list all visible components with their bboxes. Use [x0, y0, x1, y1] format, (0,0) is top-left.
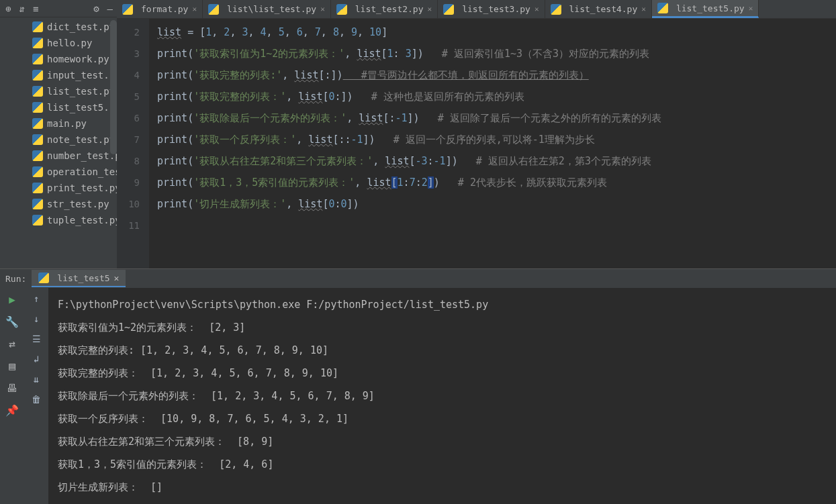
- python-icon: [32, 86, 43, 97]
- tab-label: list_test2.py: [355, 4, 424, 14]
- python-icon: [208, 4, 219, 15]
- editor-tab[interactable]: list\list_test.py✕: [203, 0, 331, 18]
- file-label: dict_test.py: [47, 21, 115, 32]
- python-icon: [32, 199, 43, 209]
- file-item[interactable]: list_test5.py: [0, 99, 117, 115]
- run-header: Run: list_test5 ✕: [0, 269, 836, 288]
- pin-icon[interactable]: 📌: [5, 404, 19, 417]
- file-item[interactable]: print_test.py: [0, 180, 117, 196]
- file-label: list_test5.py: [47, 102, 117, 113]
- python-icon: [32, 183, 43, 193]
- wrench-icon[interactable]: 🔧: [5, 315, 19, 328]
- python-icon: [32, 70, 43, 81]
- collapse-icon[interactable]: ⊕: [5, 3, 11, 14]
- tab-label: list_test3.py: [462, 4, 530, 14]
- layout-icon[interactable]: ▤: [9, 360, 15, 372]
- python-icon: [32, 215, 43, 225]
- file-label: hello.py: [47, 38, 92, 48]
- down-icon[interactable]: ↓: [34, 313, 39, 324]
- python-icon: [38, 272, 49, 283]
- editor-tab[interactable]: list_test4.py✕: [545, 0, 652, 18]
- file-item[interactable]: homework.py: [0, 51, 117, 67]
- run-toolbar-mid: ↑ ↓ ☰ ↲ ⇊ 🗑: [24, 288, 48, 504]
- file-label: operation_test.py: [47, 166, 117, 177]
- file-tree: dict_test.pyhello.pyhomework.pyinput_tes…: [0, 17, 117, 228]
- python-icon: [551, 4, 561, 15]
- python-icon: [336, 4, 347, 15]
- file-item[interactable]: number_test.py: [0, 148, 117, 164]
- run-tab[interactable]: list_test5 ✕: [32, 270, 126, 287]
- editor-tabs: format.py✕list\list_test.py✕list_test2.p…: [117, 0, 836, 19]
- run-title: Run:: [5, 274, 26, 284]
- select-opened-icon[interactable]: ≡: [33, 3, 38, 14]
- file-item[interactable]: hello.py: [0, 35, 117, 51]
- export-icon[interactable]: ☰: [32, 334, 41, 344]
- run-output[interactable]: F:\pythonProject\venv\Scripts\python.exe…: [48, 288, 836, 504]
- python-icon: [32, 38, 43, 48]
- editor-tab[interactable]: list_test5.py✕: [652, 0, 759, 18]
- wrap-icon[interactable]: ↲: [34, 354, 39, 364]
- file-item[interactable]: main.py: [0, 115, 117, 132]
- gear-icon[interactable]: ⚙: [93, 3, 99, 14]
- python-icon: [32, 118, 43, 129]
- file-item[interactable]: str_test.py: [0, 196, 117, 212]
- file-label: note_test.py: [47, 134, 115, 145]
- tab-label: list\list_test.py: [227, 4, 316, 14]
- file-label: list_test.py: [47, 86, 115, 97]
- python-icon: [32, 134, 43, 145]
- file-label: homework.py: [47, 54, 109, 64]
- file-label: str_test.py: [47, 199, 109, 209]
- run-toolbar-left: ▶ 🔧 ⇄ ▤ 🖶 📌: [0, 288, 24, 504]
- editor: format.py✕list\list_test.py✕list_test2.p…: [117, 0, 836, 268]
- python-icon: [122, 4, 133, 15]
- file-item[interactable]: note_test.py: [0, 132, 117, 148]
- close-icon[interactable]: ✕: [114, 273, 120, 283]
- hide-icon[interactable]: —: [107, 3, 113, 14]
- file-item[interactable]: operation_test.py: [0, 164, 117, 180]
- file-item[interactable]: tuple_test.py: [0, 212, 117, 228]
- tab-label: list_test4.py: [569, 4, 638, 14]
- close-icon[interactable]: ✕: [535, 5, 539, 13]
- project-sidebar: ⊕ ⇵ ≡ ⚙ — dict_test.pyhello.pyhomework.p…: [0, 0, 117, 268]
- file-item[interactable]: dict_test.py: [0, 19, 117, 35]
- file-label: tuple_test.py: [47, 215, 117, 225]
- print-icon[interactable]: 🖶: [7, 382, 17, 395]
- python-icon: [32, 54, 43, 64]
- step-icon[interactable]: ⇄: [9, 338, 15, 350]
- up-icon[interactable]: ↑: [34, 293, 39, 304]
- python-icon: [443, 4, 454, 15]
- tab-label: list_test5.py: [676, 3, 745, 13]
- close-icon[interactable]: ✕: [320, 5, 325, 13]
- expand-icon[interactable]: ⇵: [19, 3, 24, 14]
- python-icon: [32, 150, 43, 161]
- close-icon[interactable]: ✕: [192, 5, 197, 13]
- line-gutter: 234567891011: [117, 19, 149, 268]
- sidebar-scrollbar[interactable]: [110, 20, 117, 154]
- editor-tab[interactable]: format.py✕: [117, 0, 203, 18]
- scroll-icon[interactable]: ⇊: [34, 374, 39, 385]
- editor-tab[interactable]: list_test3.py✕: [438, 0, 545, 18]
- file-item[interactable]: list_test.py: [0, 83, 117, 99]
- file-label: input_test.py: [47, 70, 117, 81]
- python-icon: [657, 3, 668, 13]
- run-tab-label: list_test5: [57, 273, 109, 283]
- code-area[interactable]: list = [1, 2, 3, 4, 5, 6, 7, 8, 9, 10]pr…: [149, 19, 836, 268]
- close-icon[interactable]: ✕: [749, 4, 753, 13]
- trash-icon[interactable]: 🗑: [32, 394, 41, 405]
- tab-label: format.py: [141, 4, 188, 14]
- file-label: number_test.py: [47, 150, 117, 161]
- run-panel: Run: list_test5 ✕ ▶ 🔧 ⇄ ▤ 🖶 📌 ↑ ↓ ☰ ↲ ⇊ …: [0, 268, 836, 504]
- close-icon[interactable]: ✕: [428, 5, 432, 13]
- close-icon[interactable]: ✕: [641, 5, 646, 13]
- file-item[interactable]: input_test.py: [0, 67, 117, 83]
- sidebar-toolbar: ⊕ ⇵ ≡ ⚙ —: [0, 0, 117, 17]
- python-icon: [32, 166, 43, 177]
- file-label: main.py: [47, 118, 87, 129]
- python-icon: [32, 102, 43, 113]
- run-icon[interactable]: ▶: [9, 293, 15, 306]
- file-label: print_test.py: [47, 183, 117, 193]
- editor-tab[interactable]: list_test2.py✕: [331, 0, 438, 18]
- python-icon: [32, 21, 43, 32]
